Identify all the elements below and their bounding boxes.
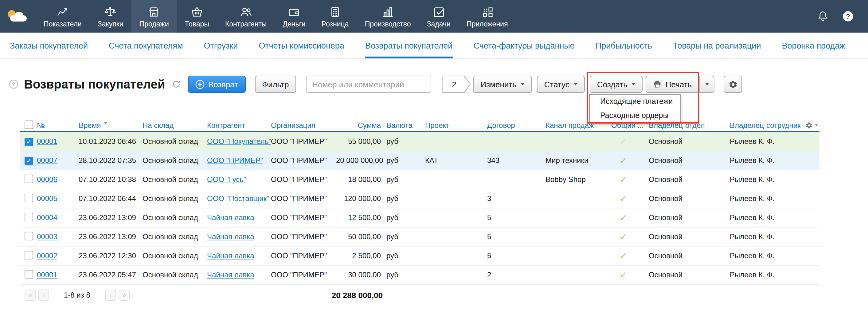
tab-shipments[interactable]: Отгрузки	[204, 33, 238, 58]
counterparty-link[interactable]: ООО "ПРИМЕР"	[207, 156, 263, 165]
print-button[interactable]: Печать	[646, 76, 699, 93]
document-number-link[interactable]: 00004	[37, 213, 57, 222]
row-checkbox[interactable]	[25, 174, 33, 183]
cell-time: 23.06.2022 13:09	[79, 232, 143, 241]
select-all-checkbox[interactable]	[20, 120, 37, 131]
settings-gear-button[interactable]	[724, 76, 742, 93]
cell-amount: 12 500,00	[336, 213, 383, 222]
shared-check-icon: ✓	[611, 137, 627, 146]
column-header-5[interactable]: Сумма	[336, 121, 383, 130]
column-header-7[interactable]: Проект	[425, 121, 487, 130]
column-header-0[interactable]: №	[37, 121, 79, 130]
tab-customer-returns[interactable]: Возвраты покупателей	[365, 33, 453, 58]
row-select-cell[interactable]	[20, 174, 37, 185]
nav-right: ?	[816, 0, 868, 33]
row-select-cell[interactable]	[20, 251, 37, 261]
tab-customer-orders[interactable]: Заказы покупателей	[10, 33, 88, 58]
counterparty-link[interactable]: ООО "Поставщик"	[207, 194, 269, 203]
cell-owner-employee: Рылеев К. Ф.	[730, 232, 805, 241]
document-number-link[interactable]: 00001	[37, 137, 57, 146]
cell-owner-employee: Рылеев К. Ф.	[730, 137, 805, 146]
help-icon[interactable]: ?	[842, 10, 855, 23]
document-number-link[interactable]: 00003	[37, 232, 57, 241]
counterparty-link[interactable]: Чайная лавка	[207, 232, 254, 241]
nav-item-tasks[interactable]: Задачи	[419, 0, 459, 33]
row-checkbox[interactable]	[25, 270, 33, 278]
row-checkbox[interactable]	[25, 212, 33, 221]
column-header-8[interactable]: Договор	[487, 121, 546, 130]
print-button-label: Печать	[665, 80, 692, 89]
cell-number: 00004	[37, 213, 79, 222]
column-header-3[interactable]: Контрагент	[207, 121, 271, 130]
page-help-icon[interactable]: ?	[9, 79, 19, 89]
row-checkbox[interactable]: ✓	[25, 156, 33, 165]
row-checkbox[interactable]	[25, 251, 33, 259]
tab-commissioner-reports[interactable]: Отчеты комиссионера	[259, 33, 344, 58]
cell-counterparty: ООО "Покупатель"	[207, 137, 271, 146]
change-button[interactable]: Изменить	[473, 76, 532, 93]
column-header-12[interactable]: Владелец-сотрудник	[730, 121, 805, 130]
counterparty-link[interactable]: ООО "Гусь"	[207, 175, 246, 184]
column-header-6[interactable]: Валюта	[383, 121, 425, 130]
nav-item-retail[interactable]: Розница	[314, 0, 357, 33]
create-print-group: Создать Печать Исходящие платежиРасходны…	[590, 76, 714, 93]
create-menu-item-1[interactable]: Расходные ордеры	[590, 109, 680, 123]
return-button[interactable]: Возврат	[188, 76, 246, 93]
tab-issued-invoices[interactable]: Счета-фактуры выданные	[473, 33, 575, 58]
column-header-2[interactable]: На склад	[143, 121, 207, 130]
cell-project: КАТ	[425, 156, 487, 165]
column-settings-button[interactable]	[805, 122, 819, 129]
nav-item-purchases[interactable]: Закупки	[90, 0, 131, 33]
cell-amount: 120 000,00	[336, 194, 383, 203]
column-header-4[interactable]: Организация	[271, 121, 336, 130]
row-checkbox[interactable]	[25, 232, 33, 240]
nav-item-money[interactable]: Деньги	[275, 0, 313, 33]
page-title: Возвраты покупателей	[24, 77, 165, 91]
row-checkbox[interactable]	[25, 194, 33, 202]
nav-item-goods[interactable]: Товары	[177, 0, 217, 33]
refresh-icon[interactable]	[172, 80, 181, 89]
print-dropdown-toggle[interactable]	[699, 76, 714, 93]
search-input[interactable]	[306, 76, 432, 93]
create-button[interactable]: Создать	[590, 76, 643, 93]
row-select-cell[interactable]: ✓	[20, 156, 37, 165]
row-select-cell[interactable]	[20, 194, 37, 204]
notifications-bell-icon[interactable]	[816, 10, 829, 23]
nav-item-apps[interactable]: Приложения	[459, 0, 516, 33]
document-number-link[interactable]: 00006	[37, 175, 57, 184]
create-menu-item-0[interactable]: Исходящие платежи	[590, 95, 680, 109]
document-number-link[interactable]: 00002	[37, 252, 57, 260]
counterparty-link[interactable]: Чайная лавка	[207, 213, 254, 222]
tab-goods-on-sale[interactable]: Товары на реализации	[673, 33, 761, 58]
selected-count-tag: 2	[443, 76, 471, 93]
counterparty-link[interactable]: ООО "Покупатель"	[207, 137, 271, 146]
row-select-cell[interactable]	[20, 232, 37, 242]
shared-check-icon: ✓	[611, 251, 627, 261]
tab-customer-invoices[interactable]: Счета покупателям	[109, 33, 183, 58]
counterparty-link[interactable]: Чайная лавка	[207, 252, 254, 260]
nav-item-indicators[interactable]: Показатели	[36, 0, 90, 33]
document-number-link[interactable]: 00001	[37, 270, 57, 279]
tab-profitability[interactable]: Прибыльность	[595, 33, 652, 58]
counterparty-link[interactable]: Чайная лавка	[207, 270, 254, 279]
document-number-link[interactable]: 00005	[37, 194, 57, 203]
nav-item-production[interactable]: Производство	[357, 0, 419, 33]
row-checkbox[interactable]: ✓	[25, 138, 33, 146]
document-number-link[interactable]: 00007	[37, 156, 57, 165]
cell-owner-employee: Рылеев К. Ф.	[730, 194, 805, 203]
filter-button[interactable]: Фильтр	[255, 76, 296, 93]
row-select-cell[interactable]	[20, 212, 37, 223]
nav-item-counterparties[interactable]: Контрагенты	[217, 0, 275, 33]
column-header-1[interactable]: Время	[79, 121, 143, 130]
table-row: 00006 07.10.2022 10:38 Основной склад ОО…	[20, 170, 819, 189]
tab-sales-funnel[interactable]: Воронка продаж	[782, 33, 845, 58]
nav-item-sales[interactable]: Продажи	[131, 0, 177, 33]
app-logo-cloud-icon[interactable]	[0, 0, 36, 33]
row-select-cell[interactable]: ✓	[20, 137, 37, 146]
cell-time: 23.06.2022 05:47	[79, 270, 143, 279]
cell-owner-department: Основной	[649, 213, 730, 222]
status-button[interactable]: Статус	[537, 76, 585, 93]
nav-items: Показатели Закупки Продажи Товары Контра…	[36, 0, 516, 33]
sort-indicator-icon	[104, 122, 107, 124]
row-select-cell[interactable]	[20, 270, 37, 280]
